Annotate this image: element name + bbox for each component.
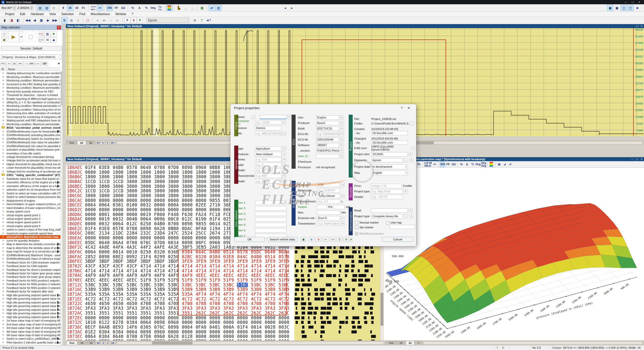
hex-display-button[interactable]: FF: [113, 5, 119, 11]
input-field[interactable]: Euro 5: [317, 216, 340, 220]
paste-data-button[interactable]: ▣: [300, 237, 306, 242]
binary-display-button[interactable]: 111: [120, 5, 126, 11]
input-field[interactable]: e.g. 2.0: [317, 199, 340, 204]
tree-map-row[interactable]: ≡volumetric efficiency of the engine as …: [0, 181, 60, 184]
versions-button[interactable]: V: [131, 17, 137, 23]
tab-2d[interactable]: 2d: [78, 341, 86, 345]
search-settings-button[interactable]: ⊛: [192, 17, 198, 23]
tree-map-row[interactable]: ≡virtual engine speed point 3: [0, 217, 60, 221]
input-field[interactable]: e.g. Z19DTH: [317, 188, 340, 193]
expand-arrow-button[interactable]: >: [282, 152, 286, 156]
tab-3d[interactable]: 3d: [87, 341, 95, 345]
width-8-button[interactable]: 8: [60, 5, 66, 11]
map-selection-titlebar[interactable]: Map selection ✕: [0, 25, 62, 30]
tree-map-row[interactable]: ≡(OvRMonRelevant) activating plausible-c…: [0, 133, 60, 137]
session-button[interactable]: Session: Default: [1, 46, 61, 51]
expand-button[interactable]: >>: [330, 237, 336, 242]
tree-map-row[interactable]: ≡(OvRMonRelevant) curve for linearisatio…: [0, 130, 60, 133]
spi-marker-checkbox[interactable]: Spi marker: [355, 225, 374, 230]
user-tag-checkbox[interactable]: User tag:: [386, 220, 402, 225]
cancel-button[interactable]: Cancel: [382, 237, 413, 242]
filter-rows-icon[interactable]: ≡▾: [35, 61, 41, 66]
input-field[interactable]: [317, 210, 340, 215]
hex-row[interactable]: 1B72EC0000000000000000000000000000000000…: [66, 316, 294, 320]
tree-map-row[interactable]: ≡invertation of low idle switch: [0, 151, 60, 155]
expand-arrow-button[interactable]: >: [340, 149, 344, 153]
expand-arrow-button[interactable]: >: [282, 132, 286, 136]
map-3d-titlebar[interactable]: atmospheric dependent correction map * […: [385, 157, 644, 161]
tree-map-row[interactable]: ≡Hard limitation of upper setpoint EISGo…: [0, 202, 60, 206]
tree-map-row[interactable]: ≡(OvRMonRelevant) Value of reference eng…: [0, 257, 60, 260]
grid-3d-button[interactable]: ▦: [496, 162, 502, 167]
tree-map-row[interactable]: ≡curve for quantity limitation: [0, 239, 60, 242]
input-field[interactable]: OLSecufile.com: [371, 141, 408, 145]
legal-button[interactable]: §: [337, 237, 343, 242]
filter-kk-icon[interactable]: KK▾: [29, 61, 35, 66]
horizontal-scrollbar[interactable]: [117, 341, 384, 344]
tree-map-row[interactable]: ≡Switch to select InjCrv_phiMI1Bas1_MAP …: [0, 337, 60, 340]
percent-button[interactable]: %: [130, 5, 136, 11]
tree-map-row[interactable]: ≡virtual engine speed point 4: [0, 221, 60, 224]
horizontal-scrollbar[interactable]: [423, 341, 642, 344]
export-window-button[interactable]: ◨: [8, 17, 15, 23]
input-field[interactable]: e.g. Map Pack: [371, 189, 403, 194]
scroll-left-button[interactable]: ◂: [282, 5, 288, 11]
tree-map-row[interactable]: ≡selection switch for air temperature fr…: [0, 188, 60, 191]
input-field[interactable]: e.g. +25 PS: [371, 195, 403, 199]
close-icon[interactable]: ✕: [405, 106, 413, 110]
times1-button[interactable]: *1: [143, 5, 149, 11]
width-32-button[interactable]: 32: [74, 5, 80, 11]
expand-arrow-button[interactable]: >: [287, 115, 291, 119]
input-field[interactable]: Turbo-Diesel: [317, 194, 340, 198]
tree-map-row[interactable]: ≡Pilot injection 1 injection quantity ba…: [0, 341, 60, 344]
input-field[interactable]: e.g. 2.0 TFSI: [255, 168, 281, 172]
color-scale-button[interactable]: [489, 162, 494, 167]
add-doc-icon[interactable]: ▢+: [38, 37, 44, 43]
window-split-h-button[interactable]: ◫: [621, 5, 627, 11]
tree-map-row[interactable]: ≡High idle governing setpoint speed valu…: [0, 308, 60, 311]
tree-map-row[interactable]: ≡Monitoring condition: Debouncing time o…: [0, 108, 60, 111]
filter-dropdown-icon[interactable]: ▼: [57, 62, 62, 65]
binoculars-button[interactable]: ∞: [101, 17, 107, 23]
tree-map-row[interactable]: ≡2nd base value map of start of energisi…: [0, 322, 60, 326]
times1-button[interactable]: *1: [470, 162, 475, 167]
panel-splitter[interactable]: [62, 24, 66, 345]
expand-arrow-button[interactable]: >: [341, 194, 345, 198]
tree-map-row[interactable]: ≡Feedback factor for MSS position 2 setp…: [0, 282, 60, 286]
tab-text[interactable]: Text: [386, 341, 396, 345]
filter-equal-icon[interactable]: =?▾: [1, 61, 6, 66]
input-field[interactable]: [255, 201, 287, 205]
expand-arrow-button[interactable]: >: [282, 163, 286, 167]
input-field[interactable]: Damos: [255, 126, 281, 130]
width-float-button[interactable]: Fl.: [416, 162, 422, 167]
lohi-button[interactable]: LO HI HILO: [424, 162, 432, 167]
menu-[interactable]: ?: [129, 12, 136, 16]
nav-prev-button[interactable]: ◀: [31, 17, 38, 23]
chart-button[interactable]: ▙: [176, 5, 182, 11]
tree-map-row[interactable]: ≡(OvRMonRelevant) max value for plausibl…: [0, 141, 60, 144]
input-field[interactable]: P342VF01 Phmqzg: [316, 149, 339, 153]
tab-text[interactable]: Text: [66, 141, 77, 145]
decimal-display-button[interactable]: 255: [106, 5, 113, 11]
expand-arrow-button[interactable]: >: [340, 154, 344, 158]
hex-row[interactable]: 1B736C0ECF0AAB0E9314F60305076C089800640F…: [66, 325, 294, 330]
close-icon[interactable]: ✕: [640, 25, 642, 27]
maximize-icon[interactable]: ▢: [636, 25, 638, 27]
window-dark-button[interactable]: ▣: [614, 5, 620, 11]
tree-map-row[interactable]: ≡Switch to select between boost pressure…: [0, 195, 60, 199]
maximize-icon[interactable]: ▢: [631, 1, 634, 4]
width-float-button[interactable]: Fl.: [80, 5, 87, 11]
tree-map-row[interactable]: ≡Monitoring condition: Maximum permissib…: [0, 75, 60, 78]
dropdown[interactable]: English▾: [371, 170, 408, 175]
settings-caret[interactable]: ▾: [350, 237, 353, 242]
expand-arrow-button[interactable]: >: [282, 147, 286, 151]
expand-arrow-button[interactable]: >: [410, 214, 414, 218]
tab-2d[interactable]: 2d: [77, 141, 86, 145]
axes-3d-button[interactable]: ⊿: [502, 162, 507, 167]
input-field[interactable]: [260, 115, 287, 119]
tree-map-row[interactable]: ≡High idle governing setpoint speed valu…: [0, 312, 60, 315]
hexdump-graph-titlebar[interactable]: New Holland (Original), 380697, Hexdump …: [66, 24, 644, 28]
maximize-icon[interactable]: ▢: [636, 158, 638, 160]
tree-map-row[interactable]: ≡Feedback factor for MSS position1 setpo…: [0, 279, 60, 282]
expand-arrow-button[interactable]: >: [341, 216, 345, 220]
